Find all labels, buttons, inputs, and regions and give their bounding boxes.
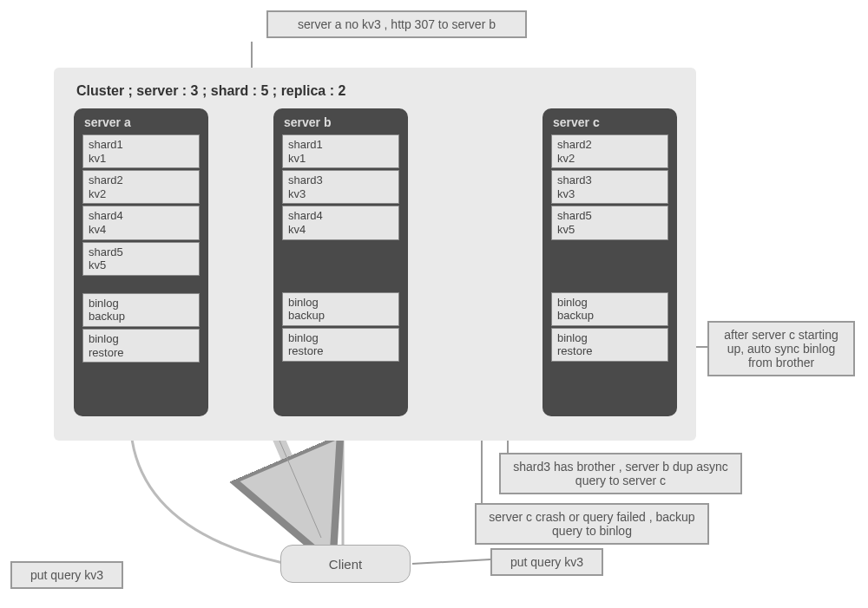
server-a-shard1: shard1kv1 [82, 134, 200, 168]
server-a-binlog-restore: binlogrestore [82, 329, 200, 363]
server-c-shard2: shard2kv2 [551, 134, 668, 168]
client-box: Client [280, 545, 411, 583]
note-top: server a no kv3 , http 307 to server b [266, 10, 527, 38]
server-c-shard3: shard3kv3 [551, 170, 668, 204]
server-a-shard4: shard4kv4 [82, 206, 200, 239]
server-b-binlog-restore: binlogrestore [282, 328, 399, 362]
server-b-label: server b [282, 115, 399, 129]
server-a-binlog-backup: binlogbackup [82, 293, 200, 327]
server-a-label: server a [82, 115, 200, 129]
note-right-mid: shard3 has brother , server b dup async … [499, 453, 742, 494]
server-c: server c shard2kv2 shard3kv3 shard5kv5 b… [542, 108, 677, 416]
cluster-title: Cluster ; server : 3 ; shard : 5 ; repli… [76, 83, 345, 99]
server-c-binlog-restore: binlogrestore [551, 328, 668, 362]
server-b-shard3: shard3kv3 [282, 170, 399, 204]
note-right-bot: server c crash or query failed , backup … [475, 503, 709, 545]
server-c-label: server c [551, 115, 668, 129]
note-left-bot: put query kv3 [10, 561, 123, 589]
server-a: server a shard1kv1 shard2kv2 shard4kv4 s… [74, 108, 208, 416]
server-b-shard1: shard1kv1 [282, 134, 399, 168]
server-b: server b shard1kv1 shard3kv3 shard4kv4 b… [273, 108, 408, 416]
server-c-shard5: shard5kv5 [551, 206, 668, 239]
server-a-shard5: shard5kv5 [82, 242, 200, 276]
server-a-shard2: shard2kv2 [82, 170, 200, 204]
server-b-binlog-backup: binlogbackup [282, 292, 399, 326]
server-c-binlog-backup: binlogbackup [551, 292, 668, 326]
note-right-bot2: put query kv3 [490, 548, 603, 576]
server-b-shard4: shard4kv4 [282, 206, 399, 239]
note-right-top: after server c starting up, auto sync bi… [707, 321, 855, 376]
